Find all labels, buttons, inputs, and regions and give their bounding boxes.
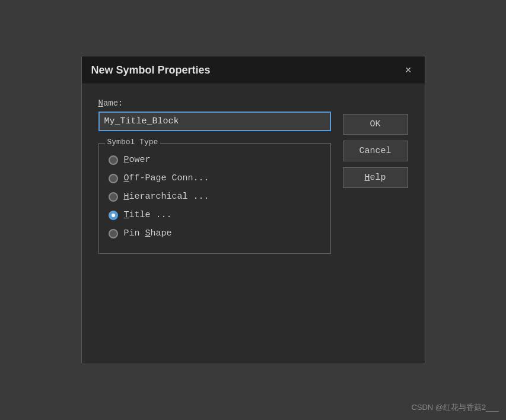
ok-button[interactable]: OK xyxy=(343,114,408,135)
dialog-right-panel: OK Cancel Help xyxy=(343,98,408,349)
dialog-body: Name: Symbol Type Power Off-Page Conn...… xyxy=(82,84,425,364)
dialog-title: New Symbol Properties xyxy=(91,64,211,77)
symbol-type-legend: Symbol Type xyxy=(105,138,161,147)
name-label: Name: xyxy=(98,98,331,108)
dialog-left-panel: Name: Symbol Type Power Off-Page Conn...… xyxy=(98,98,331,349)
radio-offpage-indicator[interactable] xyxy=(109,174,118,183)
radio-hierarchical[interactable]: Hierarchical ... xyxy=(109,187,321,206)
name-label-underline: N xyxy=(98,98,103,108)
close-button[interactable]: × xyxy=(402,63,415,77)
radio-pinshape[interactable]: Pin Shape xyxy=(109,224,321,243)
radio-power[interactable]: Power xyxy=(109,151,321,169)
radio-hierarchical-indicator[interactable] xyxy=(109,192,118,202)
help-button[interactable]: Help xyxy=(343,167,408,188)
name-field-group: Name: xyxy=(98,98,331,131)
name-input[interactable] xyxy=(98,112,331,131)
radio-power-label[interactable]: Power xyxy=(124,155,151,165)
radio-title[interactable]: Title ... xyxy=(109,206,321,224)
radio-title-indicator[interactable] xyxy=(109,211,118,220)
radio-power-indicator[interactable] xyxy=(109,155,118,165)
cancel-button[interactable]: Cancel xyxy=(343,141,408,161)
radio-offpage-label[interactable]: Off-Page Conn... xyxy=(124,173,209,183)
radio-pinshape-label[interactable]: Pin Shape xyxy=(124,228,172,238)
radio-hierarchical-label[interactable]: Hierarchical ... xyxy=(124,192,209,202)
symbol-type-group: Symbol Type Power Off-Page Conn... Hiera… xyxy=(98,143,331,254)
new-symbol-properties-dialog: New Symbol Properties × Name: Symbol Typ… xyxy=(81,56,425,364)
radio-title-label[interactable]: Title ... xyxy=(124,210,172,220)
radio-offpage[interactable]: Off-Page Conn... xyxy=(109,169,321,187)
dialog-titlebar: New Symbol Properties × xyxy=(82,56,425,84)
watermark: CSDN @红花与香菇2___ xyxy=(411,402,499,413)
radio-pinshape-indicator[interactable] xyxy=(109,229,118,238)
